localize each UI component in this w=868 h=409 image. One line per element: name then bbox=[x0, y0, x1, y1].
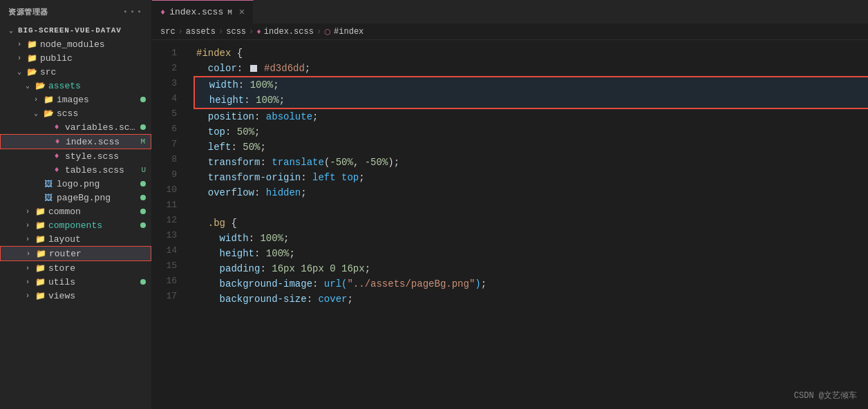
arrow-public: › bbox=[14, 53, 25, 64]
token-indent bbox=[196, 292, 220, 307]
code-line-5: position : absolute ; bbox=[196, 109, 868, 124]
image-icon: 🖼 bbox=[43, 178, 54, 189]
token-semi: ; bbox=[279, 93, 285, 108]
token-property: color bbox=[208, 61, 237, 76]
scss-icon: ♦ bbox=[51, 151, 62, 162]
token-property: overflow bbox=[208, 185, 254, 200]
code-line-13: width : 100% ; bbox=[196, 231, 868, 246]
scss-icon: ♦ bbox=[51, 122, 62, 133]
token-property: transform bbox=[208, 155, 261, 170]
sidebar-item-assets[interactable]: ⌄ 📂 assets bbox=[0, 79, 151, 93]
label-index-scss: index.scss bbox=[66, 137, 140, 147]
breadcrumb-scss: scss bbox=[226, 27, 246, 37]
arrow-store: › bbox=[22, 263, 33, 274]
token-indent bbox=[196, 276, 220, 292]
sidebar: 资源管理器 ··· ⌄ BIG-SCREEN-VUE-DATAV › 📁 nod… bbox=[0, 0, 152, 409]
sidebar-item-public[interactable]: › 📁 public bbox=[0, 51, 151, 65]
token-semi: ; bbox=[359, 170, 364, 185]
token-semi: ; bbox=[273, 77, 279, 93]
code-line-11 bbox=[196, 200, 868, 216]
token-value: absolute bbox=[266, 109, 312, 124]
code-line-2: color : #d3d6dd ; bbox=[196, 61, 868, 76]
tab-file-icon: ♦ bbox=[160, 8, 165, 17]
breadcrumb-sep-2: › bbox=[218, 27, 223, 37]
sidebar-item-scss[interactable]: ⌄ 📂 scss bbox=[0, 106, 151, 120]
sidebar-item-style-scss[interactable]: › ♦ style.scss bbox=[0, 149, 151, 163]
tab-close-button[interactable]: × bbox=[239, 7, 245, 18]
token-indent bbox=[196, 185, 208, 200]
token-semi: ; bbox=[312, 109, 318, 124]
token-fn: translate bbox=[272, 155, 324, 170]
token-colon: : bbox=[237, 61, 249, 76]
sidebar-item-pagebg-png[interactable]: › 🖼 pageBg.png bbox=[0, 191, 151, 204]
label-scss: scss bbox=[57, 108, 151, 119]
token-semi: ; bbox=[289, 246, 294, 261]
token-property: width bbox=[209, 77, 238, 93]
token-colon: : bbox=[301, 170, 312, 185]
label-logo-png: logo.png bbox=[57, 179, 140, 189]
sidebar-item-logo-png[interactable]: › 🖼 logo.png bbox=[0, 177, 151, 191]
sidebar-item-src[interactable]: ⌄ 📂 src bbox=[0, 65, 151, 79]
highlight-box: width : 100% ; height : 100% ; bbox=[194, 76, 868, 109]
token-semi: ; bbox=[365, 261, 370, 276]
label-public: public bbox=[40, 53, 151, 64]
sidebar-header: 资源管理器 ··· bbox=[0, 0, 151, 23]
code-content[interactable]: #index { color : #d3d6dd ; width : bbox=[185, 40, 868, 409]
sidebar-item-utils[interactable]: › 📁 utils bbox=[0, 275, 151, 289]
dot-logo bbox=[140, 181, 146, 187]
code-line-4: height : 100% ; bbox=[198, 93, 867, 108]
token-property: transform-origin bbox=[208, 170, 301, 185]
arrow-router: › bbox=[23, 248, 34, 259]
code-line-6: top : 50% ; bbox=[196, 124, 868, 140]
token-colon: : bbox=[254, 185, 266, 200]
token-brace: { bbox=[231, 46, 243, 61]
sidebar-item-router[interactable]: › 📁 router bbox=[0, 246, 151, 261]
sidebar-item-variables-scss[interactable]: › ♦ variables.scss bbox=[0, 120, 151, 134]
token-indent bbox=[196, 109, 208, 124]
label-common: common bbox=[48, 207, 140, 217]
token-indent bbox=[196, 140, 208, 155]
token-paren: ( bbox=[324, 155, 330, 170]
breadcrumb-file-icon: ♦ bbox=[256, 28, 261, 36]
folder-icon: 📁 bbox=[35, 248, 46, 259]
code-editor[interactable]: 1 2 3 4 5 6 7 8 9 10 11 12 13 14 15 16 1… bbox=[152, 40, 868, 409]
token-selector: #index bbox=[196, 46, 231, 61]
sidebar-item-tables-scss[interactable]: › ♦ tables.scss U bbox=[0, 163, 151, 177]
label-utils: utils bbox=[48, 277, 140, 287]
dot-images bbox=[140, 97, 146, 102]
sidebar-item-index-scss[interactable]: › ♦ index.scss M bbox=[0, 134, 151, 149]
code-line-15: padding : 16px 16px 0 16px ; bbox=[196, 261, 868, 276]
arrow-scss: ⌄ bbox=[30, 108, 41, 119]
token-value: hidden bbox=[266, 185, 301, 200]
folder-icon: 📁 bbox=[26, 53, 37, 64]
token-value: 100% bbox=[250, 77, 274, 93]
sidebar-menu-button[interactable]: ··· bbox=[122, 6, 143, 18]
root-label: BIG-SCREEN-VUE-DATAV bbox=[18, 26, 122, 35]
folder-icon: 📁 bbox=[35, 276, 46, 287]
sidebar-tree: ⌄ BIG-SCREEN-VUE-DATAV › 📁 node_modules … bbox=[0, 23, 151, 409]
token-indent bbox=[196, 124, 208, 140]
token-semi: ; bbox=[347, 292, 352, 307]
sidebar-item-layout[interactable]: › 📁 layout bbox=[0, 232, 151, 246]
sidebar-item-components[interactable]: › 📁 components bbox=[0, 218, 151, 232]
sidebar-item-node-modules[interactable]: › 📁 node_modules bbox=[0, 37, 151, 51]
arrow-assets: ⌄ bbox=[22, 80, 33, 91]
token-value: 100% bbox=[266, 246, 290, 261]
token-indent bbox=[196, 61, 208, 76]
token-property: width bbox=[220, 231, 249, 246]
label-views: views bbox=[48, 291, 151, 301]
token-brace: { bbox=[225, 216, 237, 231]
sidebar-item-store[interactable]: › 📁 store bbox=[0, 261, 151, 275]
breadcrumb-src: src bbox=[160, 27, 176, 37]
sidebar-item-images[interactable]: › 📁 images bbox=[0, 93, 151, 106]
sidebar-item-root[interactable]: ⌄ BIG-SCREEN-VUE-DATAV bbox=[0, 23, 151, 37]
sidebar-title: 资源管理器 bbox=[8, 7, 48, 17]
token-colon: : bbox=[244, 93, 256, 108]
token-comma: , bbox=[353, 155, 365, 170]
folder-icon: 📁 bbox=[35, 220, 46, 231]
sidebar-item-views[interactable]: › 📁 views bbox=[0, 289, 151, 303]
token-fn: url( bbox=[324, 276, 348, 292]
sidebar-item-common[interactable]: › 📁 common bbox=[0, 204, 151, 218]
tab-index-scss[interactable]: ♦ index.scss M × bbox=[152, 0, 254, 24]
token-class-selector: .bg bbox=[208, 216, 225, 231]
